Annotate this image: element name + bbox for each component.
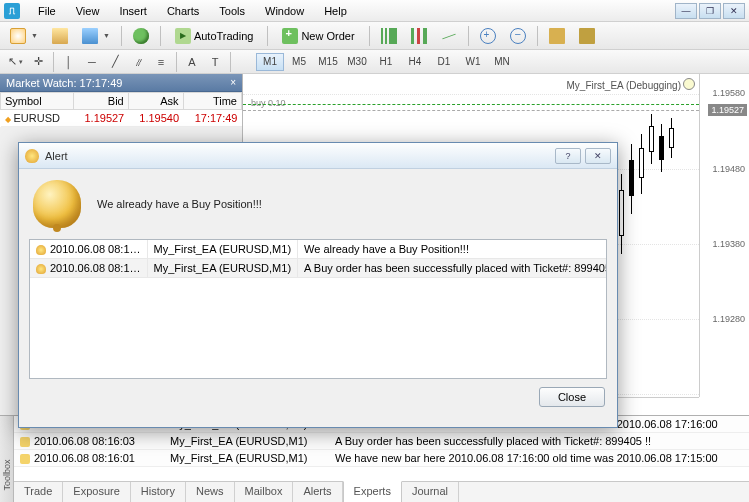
toolbox-handle[interactable]: Toolbox bbox=[0, 416, 14, 502]
bar-chart-button[interactable] bbox=[375, 25, 403, 47]
price-tick: 1.19480 bbox=[712, 164, 745, 174]
scroll-icon bbox=[549, 28, 565, 44]
entry-line bbox=[243, 104, 699, 105]
tf-m5[interactable]: M5 bbox=[285, 53, 313, 71]
diamond-icon: ◆ bbox=[5, 115, 11, 124]
plus-icon bbox=[282, 28, 298, 44]
profiles-button[interactable] bbox=[127, 25, 155, 47]
crosshair-button[interactable]: ✛ bbox=[27, 52, 49, 72]
vline-button[interactable]: │ bbox=[58, 52, 80, 72]
toolbox-label: Toolbox bbox=[2, 459, 12, 490]
bell-icon bbox=[25, 149, 39, 163]
autotrading-button[interactable]: AutoTrading bbox=[166, 25, 263, 47]
minimize-button[interactable]: — bbox=[675, 3, 697, 19]
col-bid[interactable]: Bid bbox=[73, 93, 128, 110]
cursor-button[interactable]: ↖▾ bbox=[4, 52, 26, 72]
maximize-button[interactable]: ❐ bbox=[699, 3, 721, 19]
ea-label: My_First_EA (Debugging) bbox=[567, 80, 682, 91]
zoom-in-icon bbox=[480, 28, 496, 44]
candles-icon bbox=[411, 28, 427, 44]
tf-h1[interactable]: H1 bbox=[372, 53, 400, 71]
menu-help[interactable]: Help bbox=[314, 2, 357, 20]
symbol-ask: 1.19540 bbox=[128, 110, 183, 127]
menu-file[interactable]: File bbox=[28, 2, 66, 20]
menu-view[interactable]: View bbox=[66, 2, 110, 20]
alert-row[interactable]: 2010.06.08 08:1…My_First_EA (EURUSD,M1)A… bbox=[30, 259, 607, 278]
new-chart-button[interactable]: ▼ bbox=[4, 25, 44, 47]
tf-d1[interactable]: D1 bbox=[430, 53, 458, 71]
log-row[interactable]: 2010.06.08 08:16:03My_First_EA (EURUSD,M… bbox=[14, 433, 749, 450]
candle-chart-button[interactable] bbox=[405, 25, 433, 47]
price-tick: 1.19280 bbox=[712, 314, 745, 324]
log-row[interactable]: 2010.06.08 08:16:01My_First_EA (EURUSD,M… bbox=[14, 450, 749, 467]
dialog-titlebar[interactable]: Alert ? ✕ bbox=[19, 143, 617, 169]
current-price: 1.19527 bbox=[708, 104, 747, 116]
price-axis: 1.19580 1.19527 1.19480 1.19380 1.19280 bbox=[699, 74, 749, 397]
autoscroll-button[interactable] bbox=[543, 25, 571, 47]
text-button[interactable]: A bbox=[181, 52, 203, 72]
col-ask[interactable]: Ask bbox=[128, 93, 183, 110]
open-button[interactable] bbox=[46, 25, 74, 47]
tab-exposure[interactable]: Exposure bbox=[63, 482, 130, 502]
log-icon bbox=[20, 454, 30, 464]
alert-dialog: Alert ? ✕ We already have a Buy Position… bbox=[18, 142, 618, 428]
new-icon bbox=[10, 28, 26, 44]
save-button[interactable]: ▼ bbox=[76, 25, 116, 47]
bars-icon bbox=[381, 28, 397, 44]
tf-h4[interactable]: H4 bbox=[401, 53, 429, 71]
tab-history[interactable]: History bbox=[131, 482, 186, 502]
bell-icon bbox=[36, 245, 46, 255]
hline-button[interactable]: ─ bbox=[81, 52, 103, 72]
fibonacci-button[interactable]: ≡ bbox=[150, 52, 172, 72]
col-time[interactable]: Time bbox=[183, 93, 241, 110]
tab-mailbox[interactable]: Mailbox bbox=[235, 482, 294, 502]
menu-window[interactable]: Window bbox=[255, 2, 314, 20]
equidistant-button[interactable]: ⫽ bbox=[127, 52, 149, 72]
profile-icon bbox=[133, 28, 149, 44]
dialog-title: Alert bbox=[45, 150, 68, 162]
dialog-help-button[interactable]: ? bbox=[555, 148, 581, 164]
text-label-button[interactable]: T bbox=[204, 52, 226, 72]
new-order-button[interactable]: New Order bbox=[273, 25, 363, 47]
menu-bar: ⎍ File View Insert Charts Tools Window H… bbox=[0, 0, 749, 22]
market-watch-close[interactable]: × bbox=[230, 77, 236, 88]
market-watch-header[interactable]: Market Watch: 17:17:49 × bbox=[0, 74, 242, 92]
zoom-out-button[interactable] bbox=[504, 25, 532, 47]
tab-journal[interactable]: Journal bbox=[402, 482, 459, 502]
symbol-time: 17:17:49 bbox=[183, 110, 241, 127]
bell-icon bbox=[36, 264, 46, 274]
shift-icon bbox=[579, 28, 595, 44]
close-button[interactable]: Close bbox=[539, 387, 605, 407]
price-tick: 1.19580 bbox=[712, 88, 745, 98]
chart-shift-button[interactable] bbox=[573, 25, 601, 47]
line-chart-button[interactable] bbox=[435, 25, 463, 47]
tab-experts[interactable]: Experts bbox=[343, 481, 402, 502]
tf-m30[interactable]: M30 bbox=[343, 53, 371, 71]
close-button[interactable]: ✕ bbox=[723, 3, 745, 19]
dialog-close-button[interactable]: ✕ bbox=[585, 148, 611, 164]
zoom-in-button[interactable] bbox=[474, 25, 502, 47]
symbol-row[interactable]: ◆EURUSD 1.19527 1.19540 17:17:49 bbox=[1, 110, 242, 127]
tab-trade[interactable]: Trade bbox=[14, 482, 63, 502]
price-line bbox=[243, 110, 699, 111]
tf-m1[interactable]: M1 bbox=[256, 53, 284, 71]
menu-insert[interactable]: Insert bbox=[109, 2, 157, 20]
big-bell-icon bbox=[33, 180, 81, 228]
trendline-button[interactable]: ╱ bbox=[104, 52, 126, 72]
menu-charts[interactable]: Charts bbox=[157, 2, 209, 20]
alert-row[interactable]: 2010.06.08 08:1…My_First_EA (EURUSD,M1)W… bbox=[30, 240, 607, 259]
tf-m15[interactable]: M15 bbox=[314, 53, 342, 71]
tab-news[interactable]: News bbox=[186, 482, 235, 502]
symbol-name: EURUSD bbox=[14, 112, 60, 124]
tab-alerts[interactable]: Alerts bbox=[293, 482, 342, 502]
tf-w1[interactable]: W1 bbox=[459, 53, 487, 71]
col-symbol[interactable]: Symbol bbox=[1, 93, 74, 110]
play-icon bbox=[175, 28, 191, 44]
main-toolbar: ▼ ▼ AutoTrading New Order bbox=[0, 22, 749, 50]
tf-mn[interactable]: MN bbox=[488, 53, 516, 71]
line-icon bbox=[441, 28, 457, 44]
disk-icon bbox=[82, 28, 98, 44]
alert-list[interactable]: 2010.06.08 08:1…My_First_EA (EURUSD,M1)W… bbox=[29, 239, 607, 379]
menu-tools[interactable]: Tools bbox=[209, 2, 255, 20]
toolbox-tabs: Trade Exposure History News Mailbox Aler… bbox=[14, 481, 749, 502]
